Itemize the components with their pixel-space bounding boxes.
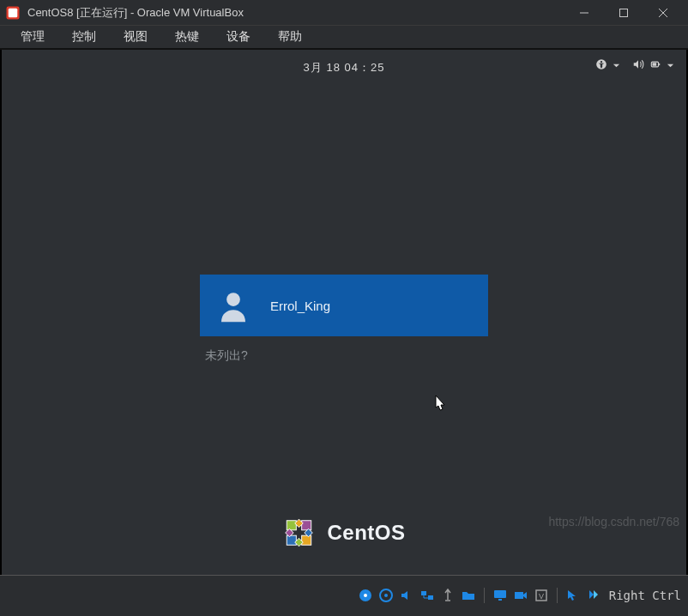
not-listed-link[interactable]: 未列出? <box>205 348 248 364</box>
avatar-icon <box>215 287 251 323</box>
svg-point-17 <box>364 594 367 597</box>
svg-rect-14 <box>287 535 296 545</box>
username-label: Errol_King <box>270 299 330 313</box>
svg-rect-9 <box>659 63 660 65</box>
clock[interactable]: 3月 18 04：25 <box>304 60 385 75</box>
host-key-label[interactable]: Right Ctrl <box>609 589 681 602</box>
menu-control[interactable]: 控制 <box>58 27 110 46</box>
window-titlebar: CentOS8 [正在运行] - Oracle VM VirtualBox <box>0 0 688 26</box>
gnome-topbar: 3月 18 04：25 <box>2 57 686 81</box>
menu-view[interactable]: 视图 <box>110 27 161 46</box>
volume-icon[interactable] <box>632 58 644 73</box>
centos-brand: CentOS <box>282 516 405 549</box>
user-login-card[interactable]: Errol_King <box>200 275 488 336</box>
guest-additions-icon[interactable]: V <box>533 587 550 604</box>
svg-rect-12 <box>287 521 296 530</box>
separator <box>557 588 558 603</box>
svg-rect-15 <box>302 535 311 545</box>
usb-icon[interactable] <box>439 587 456 604</box>
menu-manage[interactable]: 管理 <box>7 27 58 46</box>
network-icon[interactable] <box>419 587 436 604</box>
status-area[interactable] <box>595 58 674 73</box>
statusbar-icons: V <box>357 587 602 604</box>
chevron-down-icon <box>667 59 674 72</box>
svg-rect-22 <box>494 590 506 598</box>
chevron-down-icon <box>613 59 620 72</box>
virtualbox-app-icon <box>5 5 21 21</box>
vm-display[interactable]: 3月 18 04：25 Errol_King 未列出? <box>0 50 688 575</box>
virtualbox-statusbar: V Right Ctrl <box>0 575 688 614</box>
svg-rect-13 <box>302 521 311 530</box>
battery-icon[interactable] <box>649 58 661 73</box>
svg-rect-1 <box>9 8 18 17</box>
svg-rect-3 <box>620 9 628 16</box>
centos-logo-icon <box>282 516 315 549</box>
shared-folder-icon[interactable] <box>460 587 477 604</box>
svg-rect-23 <box>498 599 502 601</box>
menu-hotkey[interactable]: 热键 <box>161 27 213 46</box>
svg-text:V: V <box>539 592 544 601</box>
hard-disk-icon[interactable] <box>357 587 374 604</box>
watermark-text: https://blog.csdn.net/768 <box>548 515 679 528</box>
mouse-integration-icon[interactable] <box>564 587 582 604</box>
svg-rect-24 <box>515 592 523 599</box>
display-icon[interactable] <box>492 587 509 604</box>
audio-icon[interactable] <box>398 587 415 604</box>
menubar: 管理 控制 视图 热键 设备 帮助 <box>0 26 688 50</box>
svg-point-19 <box>384 594 388 597</box>
keyboard-capture-icon[interactable] <box>585 587 602 604</box>
recording-icon[interactable] <box>512 587 529 604</box>
svg-rect-20 <box>421 591 426 595</box>
minimize-button[interactable] <box>564 1 604 25</box>
svg-point-7 <box>600 61 602 63</box>
cursor-icon <box>435 395 447 415</box>
centos-wordmark: CentOS <box>327 521 405 545</box>
accessibility-icon[interactable] <box>595 58 607 73</box>
close-button[interactable] <box>643 1 683 25</box>
separator <box>484 588 485 603</box>
menu-devices[interactable]: 设备 <box>213 27 264 46</box>
maximize-button[interactable] <box>604 1 643 25</box>
svg-rect-10 <box>653 63 657 66</box>
window-title: CentOS8 [正在运行] - Oracle VM VirtualBox <box>27 5 564 21</box>
optical-disk-icon[interactable] <box>377 587 395 604</box>
menu-help[interactable]: 帮助 <box>264 27 316 46</box>
svg-point-11 <box>226 293 240 306</box>
